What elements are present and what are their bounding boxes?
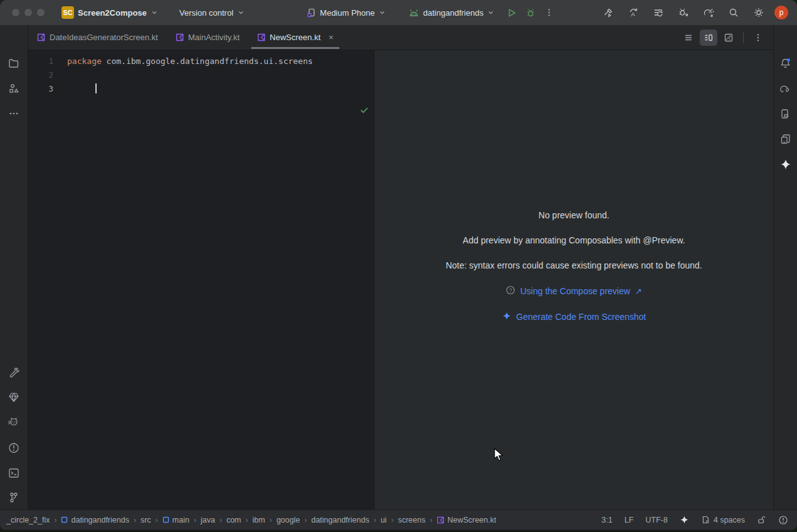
tab-label: DateIdeasGeneratorScreen.kt: [50, 33, 158, 42]
more-actions-button[interactable]: [540, 3, 559, 22]
breadcrumb-item-module[interactable]: main: [163, 516, 190, 524]
device-manager-tool-button[interactable]: [776, 105, 795, 124]
gradle-tool-button[interactable]: [776, 80, 795, 98]
module-icon: [61, 516, 68, 523]
attach-debugger-icon[interactable]: [674, 3, 693, 22]
build-tool-button[interactable]: [4, 363, 23, 382]
unlock-icon[interactable]: [757, 515, 766, 524]
maximize-window-button[interactable]: [37, 9, 45, 16]
kotlin-file-icon: [257, 33, 265, 41]
kotlin-file-icon: [176, 33, 184, 41]
close-window-button[interactable]: [12, 9, 19, 16]
run-button[interactable]: [502, 3, 521, 22]
app-quality-insights-tool-button[interactable]: [4, 388, 23, 407]
run-configuration-selector[interactable]: datingandfriends: [409, 8, 495, 18]
breadcrumb-item[interactable]: src: [141, 516, 151, 524]
keyword: package: [67, 56, 102, 66]
chevron-down-icon: [378, 9, 386, 16]
breadcrumb[interactable]: _circle_2_fix › datingandfriends › src ›…: [6, 516, 496, 524]
device-selector-label: Medium Phone: [320, 8, 375, 18]
minimize-window-button[interactable]: [24, 9, 32, 16]
search-icon[interactable]: [724, 3, 743, 22]
version-control-widget[interactable]: Version control: [179, 8, 245, 18]
line-number: 1: [28, 56, 67, 66]
breadcrumb-item-file[interactable]: NewScreen.kt: [437, 516, 496, 524]
debug-button[interactable]: [521, 3, 540, 22]
breadcrumb-item[interactable]: ibm: [252, 516, 265, 524]
left-tool-strip: [0, 25, 28, 509]
encoding-widget[interactable]: UTF-8: [646, 516, 668, 524]
more-tool-windows-button[interactable]: [4, 104, 23, 123]
run-configuration-label: datingandfriends: [423, 8, 483, 18]
version-control-tool-button[interactable]: [4, 488, 23, 507]
code-editor[interactable]: 1 package com.ibm.google.datingandfriend…: [28, 50, 374, 509]
code-line-1: 1 package com.ibm.google.datingandfriend…: [28, 54, 374, 68]
compose-preview-help-link[interactable]: Using the Compose preview: [520, 286, 630, 296]
code-line-3: 3: [28, 82, 374, 95]
tab-newscreen[interactable]: NewScreen.kt ×: [249, 25, 343, 50]
breadcrumb-item[interactable]: screens: [398, 516, 425, 524]
settings-gear-icon[interactable]: [749, 3, 768, 22]
design-view-button[interactable]: [720, 29, 737, 46]
breadcrumb-item-module[interactable]: datingandfriends: [61, 516, 129, 524]
preview-message-2: Add preview by annotating Composables wi…: [375, 235, 773, 245]
external-link-arrow-icon: ↗: [635, 287, 642, 296]
svg-text:?: ?: [509, 287, 512, 294]
divider: [743, 32, 744, 43]
breadcrumb-item[interactable]: datingandfriends: [311, 516, 369, 524]
gradle-sync-icon[interactable]: [699, 3, 718, 22]
sync-list-icon[interactable]: [649, 3, 668, 22]
breadcrumb-item[interactable]: google: [276, 516, 300, 524]
running-devices-tool-button[interactable]: [776, 130, 795, 149]
chevron-down-icon: [151, 9, 158, 16]
breadcrumb-item[interactable]: com: [227, 516, 242, 524]
chevron-down-icon: [237, 9, 245, 16]
phone-device-icon: [306, 8, 316, 18]
right-tool-strip: [773, 25, 797, 509]
project-icon: SC: [62, 6, 74, 19]
kotlin-file-icon: [437, 516, 444, 524]
code-view-button[interactable]: [680, 29, 697, 46]
inspection-ok-check-icon[interactable]: [360, 105, 369, 117]
terminal-tool-button[interactable]: [4, 464, 23, 482]
status-bar: _circle_2_fix › datingandfriends › src ›…: [0, 509, 797, 529]
line-separator-widget[interactable]: LF: [624, 516, 634, 524]
split-view-button[interactable]: [700, 29, 717, 46]
gemini-status-icon[interactable]: [680, 515, 689, 524]
build-run-icon[interactable]: [599, 3, 618, 22]
notifications-button[interactable]: [776, 54, 795, 73]
editor-tab-bar: DateIdeasGeneratorScreen.kt MainActivity…: [28, 25, 773, 50]
project-widget[interactable]: SC Screen2Compose: [62, 6, 158, 19]
preview-message-3: Note: syntax errors could cause existing…: [375, 260, 773, 270]
preview-message-1: No preview found.: [375, 210, 773, 220]
project-name: Screen2Compose: [78, 8, 147, 18]
project-tool-button[interactable]: [4, 54, 23, 73]
text-caret: [95, 83, 97, 93]
editor-options-button[interactable]: [749, 29, 767, 46]
breadcrumb-item[interactable]: _circle_2_fix: [6, 516, 50, 524]
breadcrumb-item[interactable]: ui: [380, 516, 387, 524]
problems-tool-button[interactable]: [4, 439, 23, 457]
cursor-position-widget[interactable]: 3:1: [602, 516, 612, 524]
compose-preview-panel: No preview found. Add preview by annotat…: [374, 50, 773, 509]
svg-text:A: A: [631, 11, 636, 18]
tab-label: NewScreen.kt: [270, 33, 321, 42]
tab-mainactivity[interactable]: MainActivity.kt: [167, 25, 249, 50]
line-number: 2: [28, 70, 67, 80]
apply-changes-icon[interactable]: A: [624, 3, 643, 22]
indent-widget[interactable]: 4 spaces: [701, 515, 745, 524]
close-tab-icon[interactable]: ×: [329, 33, 334, 42]
gemini-tool-button[interactable]: [776, 155, 795, 174]
logcat-tool-button[interactable]: [4, 413, 23, 432]
error-status-icon[interactable]: [778, 515, 788, 525]
window-controls[interactable]: [12, 9, 45, 16]
ide-window: SC Screen2Compose Version control Medium…: [0, 0, 797, 531]
android-head-icon: [409, 8, 419, 18]
profile-avatar[interactable]: p: [774, 6, 788, 19]
tab-dateideasgeneratorscreen[interactable]: DateIdeasGeneratorScreen.kt: [28, 25, 167, 50]
device-selector[interactable]: Medium Phone: [306, 8, 386, 18]
structure-tool-button[interactable]: [4, 79, 23, 98]
generate-code-from-screenshot-link[interactable]: Generate Code From Screenshot: [516, 312, 646, 322]
breadcrumb-item[interactable]: java: [201, 516, 215, 524]
gemini-sparkle-icon: [502, 311, 511, 322]
